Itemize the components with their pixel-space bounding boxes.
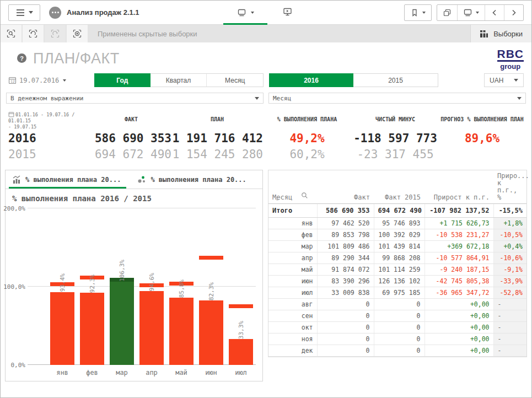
table-cell[interactable]: +1,8% — [493, 218, 526, 229]
table-cell[interactable]: -36 965 347,72 — [424, 287, 493, 299]
presentation-mode-button[interactable] — [283, 7, 292, 17]
table-cell[interactable]: -10 538 231,27 — [424, 229, 493, 241]
smart-search-button[interactable] — [1, 25, 22, 42]
table-cell[interactable]: 95 746 893 — [374, 218, 424, 229]
column-header-growth[interactable]: Прирост к п.г. — [424, 170, 493, 204]
marker-июн[interactable] — [199, 256, 223, 260]
table-cell[interactable]: апр — [268, 252, 317, 264]
bookmark-button[interactable] — [405, 5, 431, 20]
table-cell[interactable]: - — [493, 345, 526, 357]
table-cell[interactable]: янв — [268, 218, 317, 229]
period-button-квартал[interactable]: Квартал — [150, 74, 207, 87]
table-cell[interactable]: 83 390 296 — [317, 276, 374, 287]
table-cell[interactable]: -9,1% — [493, 264, 526, 276]
table-cell[interactable]: 0 — [374, 299, 424, 310]
table-cell[interactable]: 101 809 486 — [317, 241, 374, 252]
step-forward-button[interactable] — [45, 25, 66, 42]
marker-июл[interactable] — [229, 304, 253, 308]
table-cell[interactable]: - — [493, 299, 526, 310]
table-cell[interactable]: авг — [268, 299, 317, 310]
date-filter[interactable]: 12 19.07.2016 — [8, 76, 94, 84]
help-icon[interactable]: ? — [17, 53, 26, 63]
table-cell[interactable]: -15,5% — [493, 204, 526, 218]
table-cell[interactable]: Итого — [268, 204, 317, 218]
sheet-view-button[interactable] — [223, 1, 267, 24]
table-cell[interactable]: -33,9% — [493, 276, 526, 287]
period-dimension-select[interactable]: Месяц — [268, 93, 526, 104]
table-cell[interactable]: -52,8% — [493, 287, 526, 299]
bar-янв[interactable] — [50, 292, 74, 365]
table-cell[interactable]: 694 672 490 — [374, 204, 424, 218]
table-cell[interactable]: 101 439 814 — [374, 241, 424, 252]
table-cell[interactable]: -107 982 137,52 — [424, 204, 493, 218]
bar-июл[interactable] — [229, 339, 253, 365]
table-cell[interactable]: -10,6% — [493, 252, 526, 264]
table-cell[interactable]: +369 672,18 — [424, 241, 493, 252]
bar-фев[interactable] — [80, 293, 104, 365]
table-cell[interactable]: +0,00 — [424, 299, 493, 310]
table-cell[interactable]: 0 — [374, 345, 424, 357]
previous-sheet-button[interactable] — [485, 5, 504, 20]
table-cell[interactable]: +1 715 626,73 — [424, 218, 493, 229]
table-cell[interactable]: 101 114 259 — [374, 264, 424, 276]
table-cell[interactable]: 0 — [317, 322, 374, 334]
measure-select[interactable]: В денежном выражении — [6, 93, 264, 104]
year-button-2016[interactable]: 2016 — [269, 73, 353, 87]
table-cell[interactable]: 100 392 029 — [374, 229, 424, 241]
table-cell[interactable]: -42 745 805,38 — [424, 276, 493, 287]
table-cell[interactable]: фев — [268, 229, 317, 241]
table-cell[interactable]: 0 — [317, 299, 374, 310]
table-cell[interactable]: 586 690 353 — [317, 204, 374, 218]
tab-scatter-chart[interactable]: % выполнения плана 20... — [137, 170, 246, 189]
table-cell[interactable]: 0 — [374, 310, 424, 322]
sheet-navigation-dropdown[interactable] — [457, 5, 485, 20]
table-cell[interactable]: +0,00 — [424, 310, 493, 322]
table-cell[interactable]: 0 — [317, 345, 374, 357]
global-menu-button[interactable] — [8, 4, 40, 21]
table-cell[interactable]: - — [493, 334, 526, 345]
column-header-month[interactable]: Месяц ▲ — [268, 170, 317, 204]
period-button-месяц[interactable]: Месяц — [206, 74, 263, 87]
table-cell[interactable]: дек — [268, 345, 317, 357]
table-cell[interactable]: июл — [268, 287, 317, 299]
column-header-fact-2015[interactable]: Факт 2015 — [374, 170, 424, 204]
table-cell[interactable]: 99 868 208 — [374, 252, 424, 264]
clear-selections-button[interactable] — [67, 25, 88, 42]
table-cell[interactable]: ноя — [268, 334, 317, 345]
table-cell[interactable]: 0 — [374, 334, 424, 345]
next-sheet-button[interactable] — [504, 5, 523, 20]
table-cell[interactable]: - — [493, 310, 526, 322]
table-cell[interactable]: окт — [268, 322, 317, 334]
table-cell[interactable]: -10,5% — [493, 229, 526, 241]
table-cell[interactable]: -9 240 187,15 — [424, 264, 493, 276]
table-cell[interactable]: +0,00 — [424, 334, 493, 345]
table-cell[interactable]: +0,4% — [493, 241, 526, 252]
column-header-growth-pct[interactable]: Приро...к п.г., % — [493, 170, 526, 204]
table-cell[interactable]: 0 — [317, 334, 374, 345]
table-cell[interactable]: 91 874 072 — [317, 264, 374, 276]
table-cell[interactable]: 0 — [374, 322, 424, 334]
table-cell[interactable]: сен — [268, 310, 317, 322]
year-button-2015[interactable]: 2015 — [353, 74, 438, 87]
bar-июн[interactable] — [199, 300, 223, 365]
table-cell[interactable]: мар — [268, 241, 317, 252]
step-back-button[interactable] — [23, 25, 44, 42]
period-button-год[interactable]: Год — [94, 73, 151, 87]
currency-select[interactable]: UAH — [484, 73, 524, 87]
table-cell[interactable]: июн — [268, 276, 317, 287]
table-cell[interactable]: -10 577 864,91 — [424, 252, 493, 264]
table-cell[interactable]: 126 136 102 — [374, 276, 424, 287]
table-cell[interactable]: 97 462 520 — [317, 218, 374, 229]
bar-май[interactable] — [169, 298, 194, 365]
table-cell[interactable]: +0,00 — [424, 345, 493, 357]
tab-bar-chart[interactable]: % выполнения плана 20... — [12, 170, 121, 189]
column-header-fact[interactable]: Факт — [317, 170, 374, 204]
table-cell[interactable]: +0,00 — [424, 322, 493, 334]
sheets-overview-button[interactable] — [437, 5, 457, 20]
bar-апр[interactable] — [139, 291, 164, 365]
bar-мар[interactable] — [110, 282, 134, 365]
search-icon[interactable] — [301, 192, 308, 199]
table-cell[interactable]: 89 853 798 — [317, 229, 374, 241]
table-cell[interactable]: 89 290 344 — [317, 252, 374, 264]
selections-tool-button[interactable]: Выборки — [470, 25, 531, 42]
